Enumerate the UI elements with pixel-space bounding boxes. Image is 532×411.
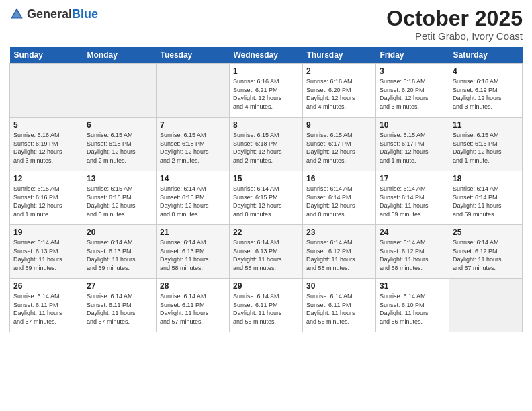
- calendar-cell: 7Sunrise: 6:15 AM Sunset: 6:18 PM Daylig…: [157, 118, 230, 171]
- calendar-cell: 17Sunrise: 6:14 AM Sunset: 6:14 PM Dayli…: [376, 171, 449, 225]
- day-number: 11: [453, 120, 519, 130]
- calendar-cell: [10, 64, 83, 118]
- calendar-cell: [157, 64, 230, 118]
- calendar-cell: 22Sunrise: 6:14 AM Sunset: 6:13 PM Dayli…: [230, 225, 303, 279]
- calendar-cell: 10Sunrise: 6:15 AM Sunset: 6:17 PM Dayli…: [376, 118, 449, 171]
- day-info: Sunrise: 6:14 AM Sunset: 6:11 PM Dayligh…: [13, 292, 79, 326]
- calendar-week-4: 19Sunrise: 6:14 AM Sunset: 6:13 PM Dayli…: [10, 225, 523, 279]
- calendar-cell: [449, 279, 523, 332]
- calendar-cell: [83, 64, 157, 118]
- day-info: Sunrise: 6:14 AM Sunset: 6:15 PM Dayligh…: [160, 185, 226, 218]
- day-info: Sunrise: 6:16 AM Sunset: 6:19 PM Dayligh…: [453, 77, 519, 111]
- day-info: Sunrise: 6:16 AM Sunset: 6:19 PM Dayligh…: [13, 131, 79, 165]
- logo-icon: [9, 7, 24, 21]
- day-info: Sunrise: 6:14 AM Sunset: 6:11 PM Dayligh…: [160, 292, 226, 326]
- location: Petit Grabo, Ivory Coast: [386, 30, 523, 42]
- calendar-cell: 20Sunrise: 6:14 AM Sunset: 6:13 PM Dayli…: [83, 225, 157, 279]
- day-number: 2: [306, 66, 372, 76]
- calendar-cell: 11Sunrise: 6:15 AM Sunset: 6:16 PM Dayli…: [449, 118, 523, 171]
- calendar-cell: 16Sunrise: 6:14 AM Sunset: 6:14 PM Dayli…: [303, 171, 376, 225]
- day-info: Sunrise: 6:14 AM Sunset: 6:10 PM Dayligh…: [380, 292, 445, 326]
- calendar-cell: 27Sunrise: 6:14 AM Sunset: 6:11 PM Dayli…: [83, 279, 157, 332]
- month-title: October 2025: [386, 7, 523, 30]
- day-info: Sunrise: 6:14 AM Sunset: 6:12 PM Dayligh…: [380, 238, 445, 272]
- day-number: 17: [380, 174, 445, 183]
- day-info: Sunrise: 6:16 AM Sunset: 6:20 PM Dayligh…: [306, 77, 372, 111]
- day-number: 5: [13, 120, 79, 130]
- calendar-cell: 24Sunrise: 6:14 AM Sunset: 6:12 PM Dayli…: [376, 225, 449, 279]
- logo-text-general: General: [27, 7, 72, 21]
- day-info: Sunrise: 6:14 AM Sunset: 6:13 PM Dayligh…: [87, 238, 152, 272]
- calendar-cell: 12Sunrise: 6:15 AM Sunset: 6:16 PM Dayli…: [10, 171, 83, 225]
- day-info: Sunrise: 6:14 AM Sunset: 6:14 PM Dayligh…: [380, 185, 445, 218]
- day-number: 19: [13, 228, 79, 237]
- logo-text-blue: Blue: [72, 7, 98, 21]
- day-number: 28: [160, 281, 226, 291]
- calendar-cell: 19Sunrise: 6:14 AM Sunset: 6:13 PM Dayli…: [10, 225, 83, 279]
- day-number: 14: [160, 174, 226, 183]
- calendar-cell: 15Sunrise: 6:14 AM Sunset: 6:15 PM Dayli…: [230, 171, 303, 225]
- calendar-cell: 8Sunrise: 6:15 AM Sunset: 6:18 PM Daylig…: [230, 118, 303, 171]
- calendar-cell: 25Sunrise: 6:14 AM Sunset: 6:12 PM Dayli…: [449, 225, 523, 279]
- day-number: 25: [453, 228, 519, 237]
- calendar-cell: 13Sunrise: 6:15 AM Sunset: 6:16 PM Dayli…: [83, 171, 157, 225]
- calendar-table: Sunday Monday Tuesday Wednesday Thursday…: [9, 47, 523, 332]
- day-number: 20: [87, 228, 152, 237]
- day-info: Sunrise: 6:14 AM Sunset: 6:11 PM Dayligh…: [306, 292, 372, 326]
- day-number: 24: [380, 228, 445, 237]
- day-info: Sunrise: 6:15 AM Sunset: 6:18 PM Dayligh…: [233, 131, 299, 165]
- day-info: Sunrise: 6:14 AM Sunset: 6:14 PM Dayligh…: [453, 185, 519, 218]
- day-info: Sunrise: 6:15 AM Sunset: 6:17 PM Dayligh…: [380, 131, 445, 165]
- day-number: 7: [160, 120, 226, 130]
- calendar-cell: 9Sunrise: 6:15 AM Sunset: 6:17 PM Daylig…: [303, 118, 376, 171]
- day-number: 18: [453, 174, 519, 183]
- day-number: 6: [87, 120, 152, 130]
- day-number: 9: [306, 120, 372, 130]
- day-number: 8: [233, 120, 299, 130]
- calendar-week-2: 5Sunrise: 6:16 AM Sunset: 6:19 PM Daylig…: [10, 118, 523, 171]
- calendar-week-5: 26Sunrise: 6:14 AM Sunset: 6:11 PM Dayli…: [10, 279, 523, 332]
- calendar-cell: 21Sunrise: 6:14 AM Sunset: 6:13 PM Dayli…: [157, 225, 230, 279]
- day-number: 23: [306, 228, 372, 237]
- day-number: 16: [306, 174, 372, 183]
- day-info: Sunrise: 6:14 AM Sunset: 6:11 PM Dayligh…: [233, 292, 299, 326]
- day-number: 30: [306, 281, 372, 291]
- day-number: 1: [233, 66, 299, 76]
- day-info: Sunrise: 6:15 AM Sunset: 6:16 PM Dayligh…: [13, 185, 79, 218]
- calendar-cell: 26Sunrise: 6:14 AM Sunset: 6:11 PM Dayli…: [10, 279, 83, 332]
- col-saturday: Saturday: [449, 47, 523, 64]
- day-info: Sunrise: 6:15 AM Sunset: 6:18 PM Dayligh…: [160, 131, 226, 165]
- day-number: 15: [233, 174, 299, 183]
- day-number: 10: [380, 120, 445, 130]
- header: GeneralBlue October 2025 Petit Grabo, Iv…: [9, 7, 523, 42]
- day-number: 29: [233, 281, 299, 291]
- header-row: Sunday Monday Tuesday Wednesday Thursday…: [10, 47, 523, 64]
- day-number: 3: [380, 66, 445, 76]
- day-info: Sunrise: 6:15 AM Sunset: 6:16 PM Dayligh…: [87, 185, 152, 218]
- col-sunday: Sunday: [10, 47, 83, 64]
- col-friday: Friday: [376, 47, 449, 64]
- day-info: Sunrise: 6:16 AM Sunset: 6:21 PM Dayligh…: [233, 77, 299, 111]
- day-number: 12: [13, 174, 79, 183]
- day-number: 21: [160, 228, 226, 237]
- calendar-cell: 28Sunrise: 6:14 AM Sunset: 6:11 PM Dayli…: [157, 279, 230, 332]
- day-info: Sunrise: 6:14 AM Sunset: 6:11 PM Dayligh…: [87, 292, 152, 326]
- calendar-cell: 29Sunrise: 6:14 AM Sunset: 6:11 PM Dayli…: [230, 279, 303, 332]
- day-info: Sunrise: 6:14 AM Sunset: 6:12 PM Dayligh…: [453, 238, 519, 272]
- col-tuesday: Tuesday: [157, 47, 230, 64]
- day-info: Sunrise: 6:14 AM Sunset: 6:13 PM Dayligh…: [13, 238, 79, 272]
- day-info: Sunrise: 6:14 AM Sunset: 6:13 PM Dayligh…: [160, 238, 226, 272]
- day-info: Sunrise: 6:14 AM Sunset: 6:15 PM Dayligh…: [233, 185, 299, 218]
- calendar-cell: 14Sunrise: 6:14 AM Sunset: 6:15 PM Dayli…: [157, 171, 230, 225]
- day-info: Sunrise: 6:14 AM Sunset: 6:13 PM Dayligh…: [233, 238, 299, 272]
- day-number: 27: [87, 281, 152, 291]
- calendar-cell: 31Sunrise: 6:14 AM Sunset: 6:10 PM Dayli…: [376, 279, 449, 332]
- day-info: Sunrise: 6:15 AM Sunset: 6:17 PM Dayligh…: [306, 131, 372, 165]
- day-info: Sunrise: 6:14 AM Sunset: 6:12 PM Dayligh…: [306, 238, 372, 272]
- day-number: 26: [13, 281, 79, 291]
- day-number: 4: [453, 66, 519, 76]
- calendar-cell: 18Sunrise: 6:14 AM Sunset: 6:14 PM Dayli…: [449, 171, 523, 225]
- calendar-cell: 6Sunrise: 6:15 AM Sunset: 6:18 PM Daylig…: [83, 118, 157, 171]
- day-info: Sunrise: 6:15 AM Sunset: 6:18 PM Dayligh…: [87, 131, 152, 165]
- col-thursday: Thursday: [303, 47, 376, 64]
